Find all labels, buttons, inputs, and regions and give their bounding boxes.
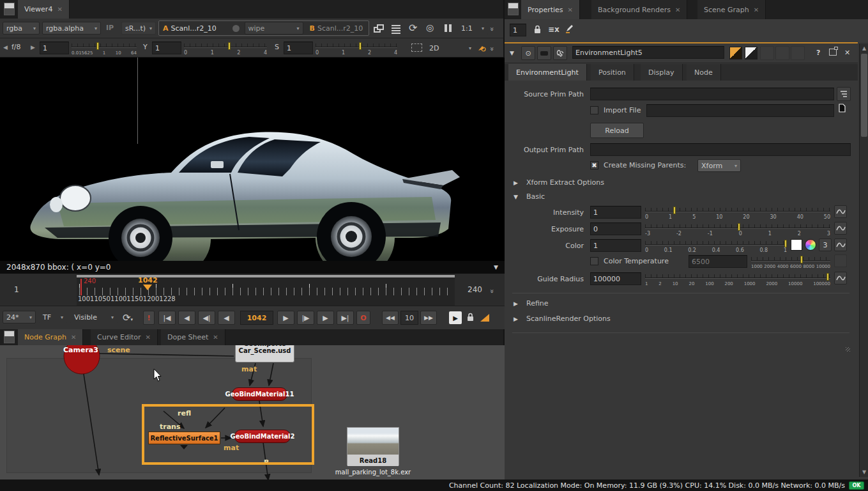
collapse-toolbar-icon[interactable]: » — [488, 27, 496, 30]
pause-renders-icon[interactable] — [443, 24, 452, 34]
fstop-prev-icon[interactable]: ◀ — [3, 44, 8, 51]
panel-color-swatch[interactable] — [745, 47, 758, 59]
input-a-badge[interactable]: A — [163, 24, 169, 33]
loop-mode-icon[interactable]: ⟳▾ — [123, 312, 133, 323]
wrench-icon[interactable] — [553, 46, 567, 60]
panel-grip-icon[interactable] — [508, 3, 519, 15]
color-input[interactable] — [590, 239, 641, 252]
tab-scene-graph[interactable]: Scene Graph ✕ — [697, 0, 766, 19]
import-file-checkbox[interactable] — [590, 106, 598, 114]
close-icon[interactable]: ✕ — [71, 334, 76, 341]
step-back-button[interactable]: ◀| — [198, 311, 215, 325]
wipe-select[interactable]: wipe▾ — [245, 22, 303, 35]
saturation-slider[interactable]: 0124 — [316, 41, 397, 55]
reflective-surface-node[interactable]: ReflectiveSurface1 — [148, 432, 220, 444]
exposure-slider[interactable]: -3-2-10123 — [645, 222, 830, 236]
layer-select[interactable]: rgba.alpha▾ — [42, 22, 101, 35]
color-temperature-checkbox[interactable] — [590, 257, 598, 265]
viewer-canvas[interactable] — [0, 58, 505, 261]
intensity-curve-icon[interactable] — [834, 205, 847, 218]
tab-environmentlight[interactable]: EnvironmentLight — [508, 64, 587, 81]
gamma-slider[interactable]: 0124 — [184, 41, 267, 55]
scanline-mode-icon[interactable] — [392, 24, 400, 35]
go-to-start-button[interactable]: |◀ — [158, 311, 176, 325]
scanline-expander[interactable]: ▶ — [514, 316, 518, 322]
tab-viewer4[interactable]: Viewer4 ✕ — [18, 0, 70, 19]
colorspace-select[interactable]: sR...t)▾ — [121, 22, 156, 35]
output-prim-path-input[interactable] — [590, 143, 851, 156]
visible-select[interactable]: Visible▾ — [70, 311, 118, 323]
scroll-up-icon[interactable]: ▲ — [860, 45, 868, 51]
lock-panels-icon[interactable] — [533, 25, 542, 35]
tab-node-graph[interactable]: Node Graph ✕ — [18, 329, 83, 345]
help-button[interactable]: ? — [816, 49, 820, 57]
collapse-timeline-icon[interactable]: » — [488, 289, 496, 292]
roi-marquee-icon[interactable] — [411, 43, 422, 52]
saturation-input[interactable] — [284, 42, 313, 54]
geobind2-node[interactable]: GeoBindMaterial2 — [234, 430, 291, 443]
flipbook-icon[interactable]: ▶ — [449, 311, 462, 324]
color-channels-button[interactable]: 3 — [819, 238, 832, 251]
scrollbar-thumb[interactable] — [861, 54, 867, 137]
gain-slider[interactable]: 0.01562511064 — [72, 41, 137, 55]
resize-grip[interactable] — [846, 347, 850, 352]
tab-position[interactable]: Position — [591, 64, 634, 81]
tab-node[interactable]: Node — [687, 64, 721, 81]
current-frame-display[interactable]: 1042 — [240, 311, 273, 325]
center-node-icon[interactable]: ⊙ — [521, 46, 535, 60]
ab-swap-dot-icon[interactable] — [232, 25, 240, 32]
color-temperature-curve-icon[interactable] — [834, 254, 847, 267]
color-wheel-icon[interactable] — [805, 239, 816, 251]
play-backward-button[interactable]: ◀ — [218, 311, 235, 325]
color-sample-icon[interactable] — [477, 43, 486, 52]
tab-curve-editor[interactable]: Curve Editor ✕ — [91, 329, 158, 345]
basic-expander[interactable]: ▼ — [514, 194, 518, 200]
camera-node-label[interactable]: Camera3 — [63, 346, 98, 354]
fstop-next-icon[interactable]: ▶ — [31, 44, 35, 51]
close-icon[interactable]: ✕ — [213, 334, 218, 341]
zoom-level-select[interactable]: 1:1▾ — [457, 22, 488, 35]
skip-forward-button[interactable]: ▶▶ — [420, 311, 437, 325]
gamma-input[interactable] — [152, 42, 181, 54]
color-curve-icon[interactable] — [834, 238, 847, 251]
collapse-toolbar-icon[interactable]: » — [488, 47, 496, 50]
exposure-curve-icon[interactable] — [834, 222, 847, 235]
guide-radius-curve-icon[interactable] — [834, 272, 847, 284]
close-icon[interactable]: ✕ — [568, 6, 573, 13]
file-browser-icon[interactable] — [837, 104, 847, 113]
reload-button[interactable]: Reload — [590, 123, 644, 138]
color-slider[interactable]: 00.10.20.40.60.81 — [645, 238, 787, 253]
channels-select[interactable]: rgba▾ — [3, 22, 40, 35]
panel-grip-icon[interactable] — [4, 3, 15, 15]
play-forward-button[interactable]: ▶ — [277, 311, 294, 325]
frame-increment-input[interactable]: 10 — [400, 311, 418, 325]
step-forward-button[interactable]: |▶ — [297, 311, 314, 325]
ramp-icon[interactable] — [480, 314, 489, 322]
input-b-value[interactable]: Scanl...r2_10 — [317, 24, 363, 33]
node-color-swatch[interactable] — [729, 47, 742, 59]
edit-pencil-icon[interactable] — [565, 24, 574, 34]
close-icon[interactable]: ✕ — [57, 6, 62, 13]
geobind11-node[interactable]: GeoBindMaterial11 — [232, 387, 287, 401]
tab-properties[interactable]: Properties ✕ — [521, 0, 580, 19]
intensity-input[interactable] — [590, 206, 641, 219]
playhead-marker[interactable] — [143, 284, 152, 290]
prev-keyframe-button[interactable]: ◀ — [178, 311, 195, 325]
info-dropdown-icon[interactable]: ▼ — [494, 264, 498, 270]
go-to-end-button[interactable]: ▶| — [337, 311, 354, 325]
stop-button[interactable]: O — [356, 311, 370, 325]
close-icon[interactable]: ✕ — [146, 334, 151, 341]
guide-radius-input[interactable] — [590, 272, 641, 285]
range-start-value[interactable]: 1 — [14, 285, 19, 294]
undo-icon[interactable] — [760, 46, 774, 60]
color-temperature-slider[interactable]: 1000200040006000800010000 — [751, 254, 830, 269]
float-window-icon[interactable] — [829, 49, 837, 56]
tab-background-renders[interactable]: Background Renders ✕ — [591, 0, 687, 19]
gain-input[interactable] — [40, 42, 69, 54]
source-prim-path-input[interactable] — [590, 88, 834, 100]
input-a-value[interactable]: Scanl...r2_10 — [171, 24, 232, 33]
create-missing-parents-checkbox[interactable]: ✖ — [590, 161, 598, 169]
exposure-input[interactable] — [590, 222, 641, 235]
guide-radius-slider[interactable]: 1210201002001000200010000100000 — [645, 272, 830, 286]
vertical-scrollbar[interactable]: ▲ ▼ — [859, 43, 868, 477]
